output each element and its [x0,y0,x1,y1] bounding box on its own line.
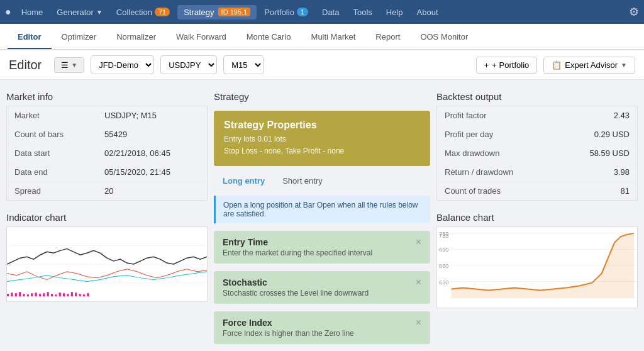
svg-rect-15 [51,294,53,296]
max-drawdown-row: Max drawdown 58.59 USD [437,144,638,163]
strategy-section-title: Strategy [214,86,430,106]
profit-factor-label: Profit factor [437,106,558,125]
count-trades-label: Count of trades [437,182,558,201]
svg-text:733: 733 [439,233,448,239]
svg-rect-21 [75,292,77,296]
top-navigation: ● Home Generator ▼ Collection 71 Strateg… [0,0,644,24]
svg-rect-19 [67,294,69,296]
tab-long-entry[interactable]: Long entry [214,174,274,188]
tab-optimizer[interactable]: Optimizer [52,26,107,49]
expert-arrow-icon: ▼ [621,62,627,69]
svg-rect-10 [31,293,33,296]
chevron-down-icon: ▼ [96,9,103,16]
close-icon[interactable]: × [416,237,421,247]
profit-per-day-value: 0.29 USD [558,125,638,144]
settings-icon: ⚙ [629,5,639,19]
return-drawdown-value: 3.98 [558,163,638,182]
profit-per-day-label: Profit per day [437,125,558,144]
svg-rect-11 [35,292,37,296]
data-end-value: 05/15/2020, 21:45 [97,163,207,182]
strategy-props-title: Strategy Properties [224,120,420,131]
strategy-id-badge: ID 195.1 [218,8,251,16]
indicator-chart-svg [7,227,207,301]
close-icon[interactable]: × [416,318,421,328]
svg-rect-7 [19,292,21,296]
svg-rect-20 [71,292,73,296]
editor-toolbar: Editor ☰ ▼ JFD-Demo USDJPY M15 + + Portf… [0,50,644,80]
tab-oos-monitor[interactable]: OOS Monitor [410,26,478,49]
tab-normalizer[interactable]: Normalizer [106,26,166,49]
strategy-id-label: ID [221,8,228,16]
pair-select[interactable]: USDJPY [160,55,217,74]
svg-rect-13 [43,293,45,296]
rule-force-index-title: Force Index [223,318,354,328]
profit-factor-row: Profit factor 2.43 [437,106,638,125]
nav-collection[interactable]: Collection 71 [110,5,176,20]
rule-entry-time-desc: Enter the market during the specified in… [223,248,372,257]
nav-strategy[interactable]: Strategy ID 195.1 [177,5,257,20]
svg-text:630: 630 [439,279,448,286]
rule-stochastic[interactable]: Stochastic Stochastic crosses the Level … [214,271,430,304]
svg-rect-18 [63,293,65,296]
spread-label: Spread [7,182,97,201]
nav-help[interactable]: Help [380,5,409,20]
nav-data[interactable]: Data [316,5,345,20]
svg-rect-22 [79,294,80,296]
backtest-table: Profit factor 2.43 Profit per day 0.29 U… [436,106,638,201]
tab-walk-forward[interactable]: Walk Forward [166,26,236,49]
svg-text:660: 660 [439,263,448,269]
nav-home[interactable]: Home [15,5,50,20]
backtest-section: Backtest output Profit factor 2.43 Profi… [436,86,638,201]
backtest-title: Backtest output [436,86,638,106]
count-trades-row: Count of trades 81 [437,182,638,201]
right-panel: Backtest output Profit factor 2.43 Profi… [436,86,638,344]
svg-text:690: 690 [439,247,448,254]
tab-report[interactable]: Report [365,26,410,49]
indicator-chart-title: Indicator chart [6,207,208,226]
menu-button[interactable]: ☰ ▼ [54,57,84,73]
close-icon[interactable]: × [416,277,421,287]
market-info-section: Market info Market USDJPY; M15 Count of … [6,86,208,201]
svg-rect-23 [83,294,85,296]
account-select[interactable]: JFD-Demo [91,55,154,74]
home-icon: ● [5,6,11,18]
svg-rect-4 [7,294,9,296]
nav-tools[interactable]: Tools [347,5,378,20]
svg-rect-5 [11,292,13,296]
data-start-value: 02/21/2018, 06:45 [97,144,207,163]
nav-portfolio[interactable]: Portfolio 1 [258,5,314,20]
return-drawdown-row: Return / drawdown 3.98 [437,163,638,182]
rule-force-index[interactable]: Force Index Force Index is higher than t… [214,311,430,344]
expert-advisor-button[interactable]: 📋 Expert Advisor ▼ [543,57,635,74]
data-start-label: Data start [7,144,97,163]
rule-entry-time[interactable]: Entry Time Enter the market during the s… [214,231,430,264]
max-drawdown-label: Max drawdown [437,144,558,163]
svg-rect-17 [59,292,61,296]
page-title: Editor [9,58,42,72]
nav-about[interactable]: About [411,5,445,20]
tab-monte-carlo[interactable]: Monte Carlo [236,26,301,49]
entry-tabs: Long entry Short entry [214,174,430,188]
svg-rect-9 [27,294,29,296]
plus-icon: + [484,60,489,70]
indicator-chart-container [6,226,208,302]
timeframe-select[interactable]: M15 [223,55,264,74]
collection-badge: 71 [155,8,170,16]
nav-generator[interactable]: Generator ▼ [50,5,108,20]
strategy-id-value: 195.1 [230,8,248,16]
return-drawdown-label: Return / drawdown [437,163,558,182]
tab-short-entry[interactable]: Short entry [274,174,331,188]
count-bars-value: 55429 [97,125,207,144]
tab-multi-market[interactable]: Multi Market [301,26,366,49]
strategy-properties-card[interactable]: Strategy Properties Entry lots 0.01 lots… [214,111,430,166]
svg-rect-24 [87,293,89,296]
strategy-props-detail2: Stop Loss - none, Take Profit - none [224,145,420,157]
svg-rect-8 [23,294,25,296]
svg-rect-16 [55,294,57,296]
tab-editor[interactable]: Editor [8,26,52,49]
data-end-label: Data end [7,163,97,182]
add-portfolio-button[interactable]: + + Portfolio [476,57,538,74]
market-info-title: Market info [6,86,208,106]
rule-stochastic-title: Stochastic [223,277,369,287]
portfolio-badge: 1 [297,8,308,16]
